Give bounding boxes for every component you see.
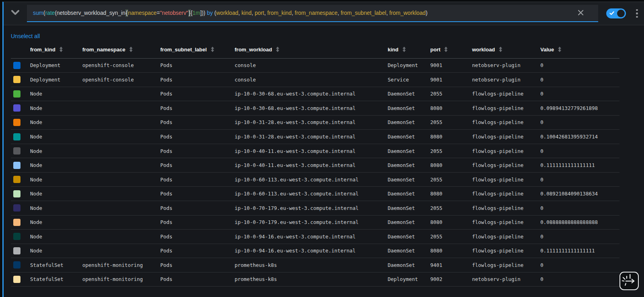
cell-port: 8080 bbox=[430, 130, 472, 144]
chevron-down-icon bbox=[11, 10, 19, 17]
cell-from_kind: Node bbox=[30, 87, 82, 101]
query-token: ])) bbox=[200, 10, 207, 16]
sort-icon[interactable] bbox=[272, 46, 280, 52]
cell-from_subnet_label: Pods bbox=[160, 158, 235, 173]
cell-kind: DaemonSet bbox=[388, 215, 430, 230]
table-row[interactable]: Deployment openshift-console Pods consol… bbox=[11, 73, 619, 87]
series-color-column-header bbox=[11, 41, 30, 58]
query-token: , bbox=[337, 10, 341, 16]
query-token: "netobserv" bbox=[160, 10, 188, 16]
table-row[interactable]: Node Pods ip-10-0-94-16.eu-west-3.comput… bbox=[11, 230, 619, 244]
table-row[interactable]: Node Pods ip-10-0-60-113.eu-west-3.compu… bbox=[11, 187, 619, 201]
query-token: { bbox=[125, 9, 128, 17]
cell-value: 0 bbox=[540, 272, 619, 287]
kebab-icon bbox=[636, 9, 638, 11]
unselect-all-link[interactable]: Unselect all bbox=[11, 33, 40, 39]
cell-port: 8080 bbox=[430, 101, 472, 116]
cell-from_subnet_label: Pods bbox=[160, 258, 235, 273]
cell-port: 2055 bbox=[430, 172, 472, 187]
cell-from_workload: ip-10-0-31-28.eu-west-3.compute.internal bbox=[235, 115, 388, 130]
series-color-swatch bbox=[13, 147, 20, 155]
cell-from_workload: console bbox=[235, 73, 388, 87]
cell-from_subnet_label: Pods bbox=[160, 244, 235, 258]
table-row[interactable]: Node Pods ip-10-0-70-179.eu-west-3.compu… bbox=[11, 215, 619, 230]
cell-workload: flowlogs-pipeline bbox=[472, 172, 540, 187]
query-token: port bbox=[255, 10, 264, 16]
cell-from_workload: ip-10-0-40-11.eu-west-3.compute.internal bbox=[235, 144, 388, 158]
sort-icon[interactable] bbox=[554, 46, 562, 52]
series-color-swatch bbox=[13, 176, 20, 183]
series-color-swatch bbox=[13, 247, 20, 254]
sort-icon[interactable] bbox=[440, 46, 448, 52]
cell-kind: Service bbox=[388, 73, 430, 87]
cell-port: 8080 bbox=[430, 187, 472, 201]
cell-from_kind: Node bbox=[30, 115, 82, 130]
table-row[interactable]: StatefulSet openshift-monitoring Pods pr… bbox=[11, 258, 619, 273]
cell-from_kind: Node bbox=[30, 144, 82, 158]
query-input[interactable]: sum(rate(netobserv_workload_syn_in{names… bbox=[27, 5, 598, 22]
series-color-swatch bbox=[13, 261, 20, 269]
cell-from_namespace: openshift-console bbox=[82, 58, 160, 73]
table-row[interactable]: Node Pods ip-10-0-94-16.eu-west-3.comput… bbox=[11, 244, 619, 258]
cell-kind: Deployment bbox=[388, 272, 430, 287]
cell-value: 0 bbox=[540, 115, 619, 130]
cell-from_kind: Node bbox=[30, 230, 82, 244]
table-row[interactable]: Node Pods ip-10-0-70-179.eu-west-3.compu… bbox=[11, 201, 619, 215]
cell-kind: DaemonSet bbox=[388, 230, 430, 244]
series-color-swatch bbox=[13, 133, 20, 140]
query-enabled-toggle[interactable] bbox=[606, 8, 626, 18]
click-indicator-overlay bbox=[619, 272, 639, 290]
sort-icon[interactable] bbox=[207, 46, 215, 52]
table-row[interactable]: Node Pods ip-10-0-30-68.eu-west-3.comput… bbox=[11, 87, 619, 101]
sort-icon[interactable] bbox=[55, 46, 63, 52]
cell-from_kind: Node bbox=[30, 215, 82, 230]
cell-from_kind: StatefulSet bbox=[30, 258, 82, 273]
query-token: ( bbox=[213, 10, 216, 16]
collapse-query-button[interactable] bbox=[4, 2, 27, 25]
table-row[interactable]: Node Pods ip-10-0-40-11.eu-west-3.comput… bbox=[11, 144, 619, 158]
table-row[interactable]: Node Pods ip-10-0-31-28.eu-west-3.comput… bbox=[11, 115, 619, 130]
cell-workload: netobserv-plugin bbox=[472, 58, 540, 73]
sort-icon[interactable] bbox=[399, 46, 406, 52]
check-icon bbox=[609, 11, 614, 17]
table-row[interactable]: Deployment openshift-console Pods consol… bbox=[11, 58, 619, 73]
clear-query-button[interactable] bbox=[563, 5, 584, 22]
series-color-swatch bbox=[13, 104, 20, 112]
query-browser-panel: sum(rate(netobserv_workload_syn_in{names… bbox=[2, 2, 644, 297]
table-row[interactable]: Node Pods ip-10-0-31-28.eu-west-3.comput… bbox=[11, 130, 619, 144]
cell-from_namespace bbox=[82, 215, 160, 230]
column-header-workload: workload bbox=[472, 41, 540, 58]
query-token: kind bbox=[241, 10, 251, 16]
cell-port: 9001 bbox=[430, 73, 472, 87]
cell-from_subnet_label: Pods bbox=[160, 144, 235, 158]
cell-from_subnet_label: Pods bbox=[160, 115, 235, 130]
cell-from_kind: Node bbox=[30, 158, 82, 173]
column-header-value: Value bbox=[540, 41, 619, 58]
query-token: from_subnet_label bbox=[341, 10, 386, 16]
cell-from_namespace bbox=[82, 172, 160, 187]
cell-workload: flowlogs-pipeline bbox=[472, 201, 540, 215]
cell-from_namespace: openshift-monitoring bbox=[82, 272, 160, 287]
table-row[interactable]: StatefulSet openshift-monitoring Pods pr… bbox=[11, 272, 619, 287]
cell-from_workload: console bbox=[235, 58, 388, 73]
series-color-swatch bbox=[13, 276, 20, 283]
cell-kind: DaemonSet bbox=[388, 87, 430, 101]
table-row[interactable]: Node Pods ip-10-0-60-113.eu-west-3.compu… bbox=[11, 172, 619, 187]
cell-kind: DaemonSet bbox=[388, 158, 430, 173]
query-kebab-menu-button[interactable] bbox=[634, 8, 640, 20]
query-token: , bbox=[386, 10, 389, 16]
cell-from_kind: Node bbox=[30, 101, 82, 116]
cell-port: 2055 bbox=[430, 87, 472, 101]
sort-icon[interactable] bbox=[125, 46, 133, 52]
cell-from_subnet_label: Pods bbox=[160, 201, 235, 215]
series-color-swatch bbox=[13, 219, 20, 226]
cell-from_subnet_label: Pods bbox=[160, 187, 235, 201]
series-color-swatch bbox=[13, 76, 20, 83]
table-row[interactable]: Node Pods ip-10-0-40-11.eu-west-3.comput… bbox=[11, 158, 619, 173]
column-header-from_subnet_label: from_subnet_label bbox=[160, 41, 235, 58]
series-color-swatch bbox=[13, 90, 20, 98]
table-row[interactable]: Node Pods ip-10-0-30-68.eu-west-3.comput… bbox=[11, 101, 619, 116]
sort-icon[interactable] bbox=[495, 46, 503, 52]
cell-workload: flowlogs-pipeline bbox=[472, 101, 540, 116]
cell-value: 0 bbox=[540, 172, 619, 187]
